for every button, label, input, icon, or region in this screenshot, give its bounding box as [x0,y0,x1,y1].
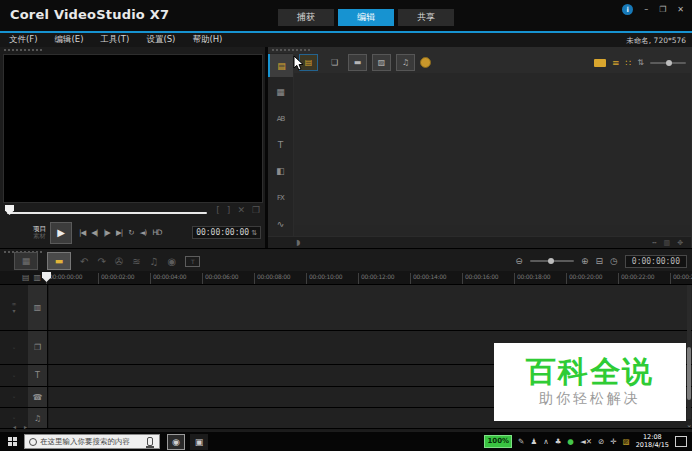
footer-panel-icon[interactable]: ▥ [664,239,671,247]
taskbar-search-input[interactable]: 在这里输入你要搜索的内容 [24,434,160,449]
preview-scrubber[interactable]: [ ] ✕ ❐ [5,205,261,217]
menu-file[interactable]: 文件(F) [9,34,38,46]
thumbnail-zoom-slider[interactable] [650,62,686,64]
taskbar-clock[interactable]: 12:08 2018/4/15 [636,434,669,449]
slider-thumb[interactable] [548,258,554,264]
zoom-in-icon[interactable]: ⊕ [581,256,589,266]
nav-filters-icon[interactable]: FX [268,186,293,209]
menu-edit[interactable]: 编辑(E) [55,34,84,46]
voice-track-icon[interactable]: ☎ [28,387,48,407]
preview-mode-toggle[interactable]: 项目 素材 [33,226,46,240]
timeline-ruler[interactable]: ▤ ▥ 00:00:00:00 00:00:02:00 00:00:04:00 … [0,271,692,285]
volume-muted-icon[interactable]: ◄✕ [580,438,592,446]
zoom-out-icon[interactable]: ⊖ [515,256,523,266]
pen-icon[interactable]: ✎ [518,438,524,446]
go-start-icon[interactable]: |◀ [79,228,85,237]
battery-badge[interactable]: 100% [484,435,512,448]
options-panel-toggle-icon[interactable]: ◗ [296,238,300,247]
mark-in-icon[interactable]: [ [216,206,220,215]
cut-icon[interactable]: ✕ [237,206,245,215]
ripple-edit-icon[interactable]: ◦ [12,373,16,379]
footer-dash-icon[interactable]: ╍ [652,239,656,247]
taskbar-app-screenshot[interactable]: ◉ [167,434,185,450]
v-scrollbar[interactable] [687,285,691,419]
track-motion-icon[interactable]: ◉ [168,256,177,267]
volume-icon[interactable]: ◄) [139,228,146,237]
view-grid-icon[interactable]: ∷ [626,58,632,68]
hidden-icons-chevron[interactable]: ∧ [543,438,549,446]
menu-help[interactable]: 帮助(H) [192,34,222,46]
security-icon[interactable]: ▨ [623,438,630,446]
menu-tools[interactable]: 工具(T) [101,34,130,46]
hd-badge[interactable]: HD [152,228,161,237]
filter-video-icon[interactable]: ▬ [348,54,367,71]
scroll-down-icon[interactable]: ⌄ [686,421,692,429]
go-end-icon[interactable]: ▶| [116,228,122,237]
network-icon[interactable]: ⊘ [598,438,604,446]
ruler-options-icon[interactable]: ▥ [34,273,42,282]
people-icon[interactable]: ♟ [530,438,537,446]
timeline-view-button[interactable]: ▬ [47,252,71,270]
nav-media-icon[interactable]: ▤ [268,54,293,77]
nav-motion-path-icon[interactable]: ∿ [268,213,293,236]
chevron-down-icon[interactable]: ▾ [12,308,15,314]
v-scrollbar-thumb[interactable] [687,347,691,401]
input-method-icon[interactable]: ✛ [610,438,616,446]
next-frame-icon[interactable]: |▶ [104,228,110,237]
ripple-edit-icon[interactable]: ◦ [12,415,16,421]
mode-clip-label[interactable]: 素材 [33,233,46,240]
slider-thumb[interactable] [666,60,672,66]
library-content[interactable] [294,73,691,225]
ripple-edit-icon[interactable]: ◦ [12,345,16,351]
add-folder-icon[interactable]: ❏ [326,55,343,70]
tab-edit[interactable]: 编辑 [338,9,394,26]
ripple-edit-icon[interactable]: ◦ [12,394,16,400]
filter-photo-icon[interactable]: ▨ [372,54,391,71]
view-list-icon[interactable]: ≡ [612,58,620,68]
taskbar-app-videostudio[interactable]: ▣ [190,434,208,450]
scrubber-track[interactable] [7,212,207,214]
scroll-left-icon[interactable]: ◂ [13,423,16,430]
play-button[interactable]: ▶ [50,222,72,244]
video-track-content[interactable] [49,285,692,330]
sound-mixer-icon[interactable]: ≋ [132,256,140,267]
fit-project-icon[interactable]: ⊟ [595,256,603,266]
undo-icon[interactable]: ↶ [80,256,88,267]
record-capture-icon[interactable]: ✇ [115,256,123,267]
action-center-icon[interactable] [675,436,687,447]
subtitle-editor-icon[interactable]: T [185,256,200,267]
nav-instant-project-icon[interactable]: ▦ [268,80,293,103]
enlarge-icon[interactable]: ❐ [252,206,260,215]
scroll-right-icon[interactable]: ▸ [24,423,27,430]
filter-audio-icon[interactable]: ♫ [396,54,415,71]
auto-music-icon[interactable]: ♫ [150,256,159,267]
timeline-zoom-slider[interactable] [530,260,574,262]
view-thumbnail-icon[interactable] [594,59,606,67]
start-button[interactable] [0,432,24,451]
microphone-icon[interactable] [147,437,153,446]
preview-timecode[interactable]: 00:00:00:00 [196,228,249,237]
track-manager-icon[interactable]: ▤ [22,273,30,282]
minimize-button[interactable]: – [644,6,648,14]
prev-frame-icon[interactable]: ◀| [91,228,97,237]
footer-options-icon[interactable]: ✥ [677,239,683,247]
redo-icon[interactable]: ↷ [97,256,105,267]
gallery-badge-icon[interactable] [420,57,431,68]
video-track-icon[interactable]: ▥ [28,285,48,330]
help-icon[interactable]: i [622,4,633,15]
nav-titles-icon[interactable]: T [268,133,293,156]
duration-icon[interactable]: ◷ [610,256,618,266]
storyboard-view-button[interactable]: ▦ [14,252,38,270]
title-track-icon[interactable]: T [28,365,48,386]
tab-share[interactable]: 共享 [398,9,454,26]
mark-out-icon[interactable]: ] [227,206,231,215]
restore-button[interactable]: ❐ [659,6,666,14]
nav-transitions-icon[interactable]: AB [268,107,293,130]
social-app-icon[interactable]: ♣ [555,438,562,446]
timeline-timecode[interactable]: 0:00:00:00 [625,255,687,268]
music-track-icon[interactable]: ♫ [28,408,48,428]
tab-capture[interactable]: 捕获 [278,9,334,26]
timecode-spinner-icon[interactable]: ⇅ [251,229,257,237]
repeat-icon[interactable]: ↻ [128,228,133,237]
overlay-track-icon[interactable]: ❐ [28,331,48,364]
